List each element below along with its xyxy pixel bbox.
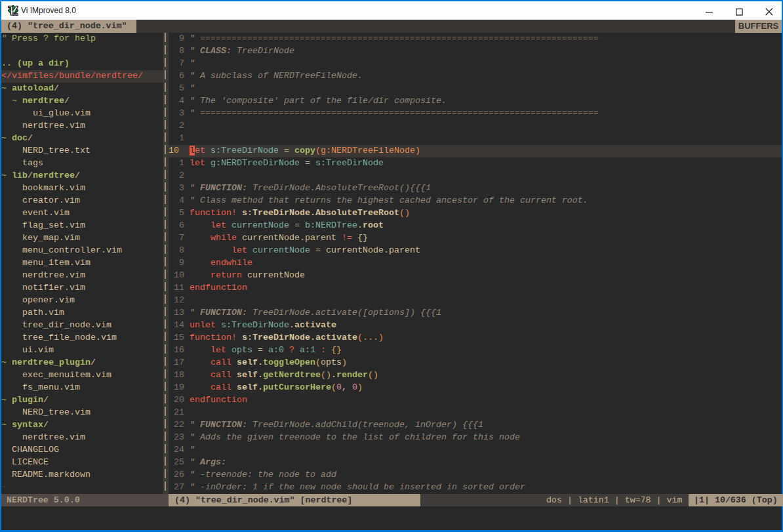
svg-text:im: im: [12, 10, 18, 16]
